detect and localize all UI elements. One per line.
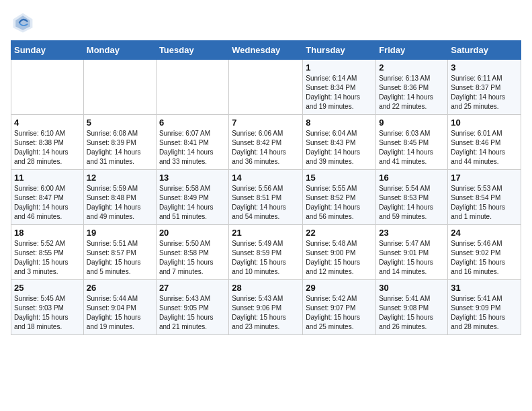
day-info: Sunrise: 5:41 AM Sunset: 9:09 PM Dayligh… — [451, 294, 518, 332]
day-info: Sunrise: 5:44 AM Sunset: 9:04 PM Dayligh… — [87, 294, 153, 332]
day-number: 13 — [159, 173, 226, 183]
day-cell: 15Sunrise: 5:55 AM Sunset: 8:52 PM Dayli… — [303, 170, 376, 225]
day-info: Sunrise: 5:50 AM Sunset: 8:58 PM Dayligh… — [159, 239, 226, 277]
day-cell: 22Sunrise: 5:48 AM Sunset: 9:00 PM Dayli… — [303, 225, 376, 280]
day-number: 6 — [159, 118, 226, 128]
day-cell: 14Sunrise: 5:56 AM Sunset: 8:51 PM Dayli… — [229, 170, 303, 225]
week-row-2: 11Sunrise: 6:00 AM Sunset: 8:47 PM Dayli… — [11, 170, 521, 225]
day-number: 10 — [451, 118, 518, 128]
day-info: Sunrise: 5:56 AM Sunset: 8:51 PM Dayligh… — [232, 184, 300, 222]
day-cell: 2Sunrise: 6:13 AM Sunset: 8:36 PM Daylig… — [376, 60, 448, 115]
day-number: 9 — [379, 118, 445, 128]
day-info: Sunrise: 6:14 AM Sunset: 8:34 PM Dayligh… — [306, 74, 373, 111]
day-info: Sunrise: 5:46 AM Sunset: 9:02 PM Dayligh… — [451, 239, 518, 277]
day-number: 22 — [306, 228, 373, 238]
day-info: Sunrise: 5:47 AM Sunset: 9:01 PM Dayligh… — [379, 239, 445, 277]
day-cell: 24Sunrise: 5:46 AM Sunset: 9:02 PM Dayli… — [448, 225, 521, 280]
day-info: Sunrise: 5:55 AM Sunset: 8:52 PM Dayligh… — [306, 184, 373, 222]
day-number: 18 — [14, 228, 81, 238]
week-row-4: 25Sunrise: 5:45 AM Sunset: 9:03 PM Dayli… — [11, 280, 521, 335]
day-info: Sunrise: 6:03 AM Sunset: 8:45 PM Dayligh… — [379, 129, 445, 167]
day-number: 21 — [232, 228, 300, 238]
day-number: 12 — [87, 173, 153, 183]
day-cell: 13Sunrise: 5:58 AM Sunset: 8:49 PM Dayli… — [156, 170, 228, 225]
day-cell: 6Sunrise: 6:07 AM Sunset: 8:41 PM Daylig… — [156, 115, 228, 170]
day-cell: 4Sunrise: 6:10 AM Sunset: 8:38 PM Daylig… — [11, 115, 84, 170]
header-friday: Friday — [376, 41, 448, 60]
day-cell: 12Sunrise: 5:59 AM Sunset: 8:48 PM Dayli… — [83, 170, 156, 225]
day-cell: 3Sunrise: 6:11 AM Sunset: 8:37 PM Daylig… — [448, 60, 521, 115]
day-cell: 18Sunrise: 5:52 AM Sunset: 8:55 PM Dayli… — [11, 225, 84, 280]
day-cell: 27Sunrise: 5:43 AM Sunset: 9:05 PM Dayli… — [156, 280, 228, 335]
day-cell: 25Sunrise: 5:45 AM Sunset: 9:03 PM Dayli… — [11, 280, 84, 335]
header-wednesday: Wednesday — [229, 41, 303, 60]
day-number: 19 — [87, 228, 153, 238]
day-number: 25 — [14, 283, 81, 293]
day-cell: 28Sunrise: 5:43 AM Sunset: 9:06 PM Dayli… — [229, 280, 303, 335]
day-cell: 11Sunrise: 6:00 AM Sunset: 8:47 PM Dayli… — [11, 170, 84, 225]
day-cell: 20Sunrise: 5:50 AM Sunset: 8:58 PM Dayli… — [156, 225, 228, 280]
day-cell: 1Sunrise: 6:14 AM Sunset: 8:34 PM Daylig… — [303, 60, 376, 115]
day-number: 14 — [232, 173, 300, 183]
header-monday: Monday — [83, 41, 156, 60]
logo-icon — [11, 11, 35, 35]
week-row-1: 4Sunrise: 6:10 AM Sunset: 8:38 PM Daylig… — [11, 115, 521, 170]
day-cell: 7Sunrise: 6:06 AM Sunset: 8:42 PM Daylig… — [229, 115, 303, 170]
day-info: Sunrise: 6:00 AM Sunset: 8:47 PM Dayligh… — [14, 184, 81, 222]
day-info: Sunrise: 5:51 AM Sunset: 8:57 PM Dayligh… — [87, 239, 153, 277]
logo — [11, 11, 38, 35]
day-number: 5 — [87, 118, 153, 128]
day-info: Sunrise: 5:59 AM Sunset: 8:48 PM Dayligh… — [87, 184, 153, 222]
day-info: Sunrise: 5:49 AM Sunset: 8:59 PM Dayligh… — [232, 239, 300, 277]
day-cell: 8Sunrise: 6:04 AM Sunset: 8:43 PM Daylig… — [303, 115, 376, 170]
calendar-header-row: SundayMondayTuesdayWednesdayThursdayFrid… — [11, 41, 521, 60]
day-info: Sunrise: 5:54 AM Sunset: 8:53 PM Dayligh… — [379, 184, 445, 222]
day-number: 11 — [14, 173, 81, 183]
day-cell — [156, 60, 228, 115]
day-number: 30 — [379, 283, 445, 293]
day-info: Sunrise: 6:10 AM Sunset: 8:38 PM Dayligh… — [14, 129, 81, 167]
day-cell: 9Sunrise: 6:03 AM Sunset: 8:45 PM Daylig… — [376, 115, 448, 170]
day-number: 17 — [451, 173, 518, 183]
day-info: Sunrise: 6:07 AM Sunset: 8:41 PM Dayligh… — [159, 129, 226, 167]
header-sunday: Sunday — [11, 41, 84, 60]
day-number: 29 — [306, 283, 373, 293]
day-cell: 23Sunrise: 5:47 AM Sunset: 9:01 PM Dayli… — [376, 225, 448, 280]
day-number: 8 — [306, 118, 373, 128]
day-cell: 10Sunrise: 6:01 AM Sunset: 8:46 PM Dayli… — [448, 115, 521, 170]
day-info: Sunrise: 5:42 AM Sunset: 9:07 PM Dayligh… — [306, 294, 373, 332]
day-info: Sunrise: 5:48 AM Sunset: 9:00 PM Dayligh… — [306, 239, 373, 277]
day-number: 7 — [232, 118, 300, 128]
week-row-3: 18Sunrise: 5:52 AM Sunset: 8:55 PM Dayli… — [11, 225, 521, 280]
day-info: Sunrise: 5:45 AM Sunset: 9:03 PM Dayligh… — [14, 294, 81, 332]
day-number: 26 — [87, 283, 153, 293]
page-header — [11, 11, 521, 35]
day-info: Sunrise: 5:53 AM Sunset: 8:54 PM Dayligh… — [451, 184, 518, 222]
day-number: 4 — [14, 118, 81, 128]
day-number: 2 — [379, 62, 445, 73]
day-cell: 19Sunrise: 5:51 AM Sunset: 8:57 PM Dayli… — [83, 225, 156, 280]
header-tuesday: Tuesday — [156, 41, 228, 60]
day-info: Sunrise: 5:41 AM Sunset: 9:08 PM Dayligh… — [379, 294, 445, 332]
day-info: Sunrise: 6:06 AM Sunset: 8:42 PM Dayligh… — [232, 129, 300, 167]
day-number: 27 — [159, 283, 226, 293]
day-info: Sunrise: 6:04 AM Sunset: 8:43 PM Dayligh… — [306, 129, 373, 167]
day-number: 23 — [379, 228, 445, 238]
day-info: Sunrise: 6:08 AM Sunset: 8:39 PM Dayligh… — [87, 129, 153, 167]
day-number: 28 — [232, 283, 300, 293]
calendar-table: SundayMondayTuesdayWednesdayThursdayFrid… — [11, 40, 521, 335]
week-row-0: 1Sunrise: 6:14 AM Sunset: 8:34 PM Daylig… — [11, 60, 521, 115]
header-thursday: Thursday — [303, 41, 376, 60]
day-cell — [83, 60, 156, 115]
day-info: Sunrise: 5:58 AM Sunset: 8:49 PM Dayligh… — [159, 184, 226, 222]
day-info: Sunrise: 5:52 AM Sunset: 8:55 PM Dayligh… — [14, 239, 81, 277]
day-cell — [229, 60, 303, 115]
header-saturday: Saturday — [448, 41, 521, 60]
day-cell: 29Sunrise: 5:42 AM Sunset: 9:07 PM Dayli… — [303, 280, 376, 335]
day-cell — [11, 60, 84, 115]
day-cell: 16Sunrise: 5:54 AM Sunset: 8:53 PM Dayli… — [376, 170, 448, 225]
day-info: Sunrise: 6:13 AM Sunset: 8:36 PM Dayligh… — [379, 74, 445, 111]
day-info: Sunrise: 5:43 AM Sunset: 9:06 PM Dayligh… — [232, 294, 300, 332]
day-cell: 31Sunrise: 5:41 AM Sunset: 9:09 PM Dayli… — [448, 280, 521, 335]
day-cell: 17Sunrise: 5:53 AM Sunset: 8:54 PM Dayli… — [448, 170, 521, 225]
